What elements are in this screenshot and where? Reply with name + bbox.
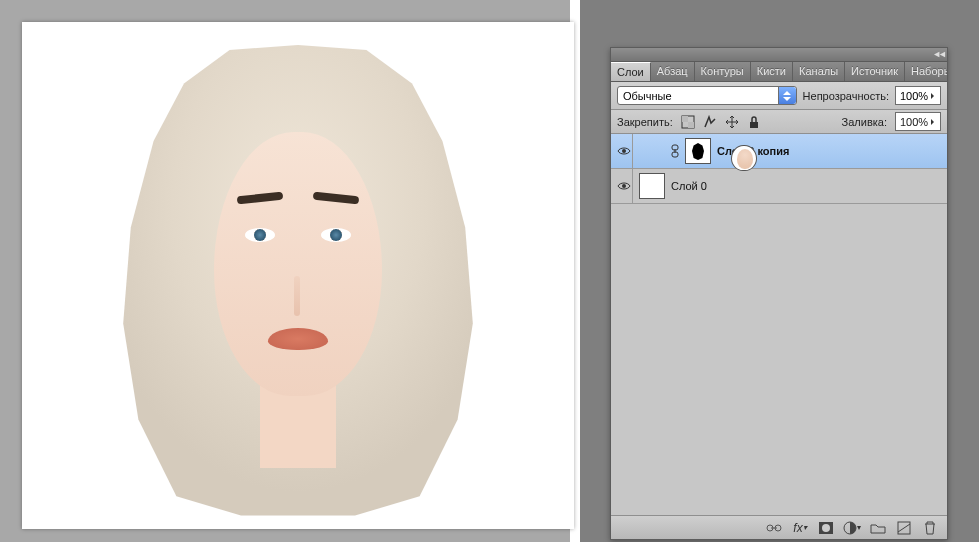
panel-tab[interactable]: Слои: [611, 62, 651, 81]
svg-rect-1: [682, 116, 688, 122]
panel-tab-strip: СлоиАбзацКонтурыКистиКаналыИсточникНабор…: [611, 62, 947, 82]
link-layers-button[interactable]: [765, 519, 783, 537]
fill-input[interactable]: 100%: [895, 112, 941, 131]
panel-tab[interactable]: Источник: [845, 62, 905, 81]
lock-pixels-icon[interactable]: [703, 115, 717, 129]
lock-fill-row: Закрепить: Заливка: 100%: [611, 110, 947, 134]
layer-list: Слой 0 копияСлой 0: [611, 134, 947, 515]
svg-rect-3: [750, 122, 758, 128]
opacity-value: 100%: [900, 90, 928, 102]
panel-tab[interactable]: Каналы: [793, 62, 845, 81]
delete-layer-button[interactable]: [921, 519, 939, 537]
lock-transparency-icon[interactable]: [681, 115, 695, 129]
panel-titlebar[interactable]: ◄◄: [611, 48, 947, 62]
canvas-image: [108, 36, 488, 516]
eye-icon: [617, 181, 631, 191]
new-group-button[interactable]: [869, 519, 887, 537]
svg-point-8: [622, 184, 626, 188]
svg-point-13: [822, 524, 830, 532]
layer-mask-thumbnail[interactable]: [685, 138, 711, 164]
panel-tab[interactable]: Кисти: [751, 62, 793, 81]
add-mask-button[interactable]: [817, 519, 835, 537]
document-canvas[interactable]: [22, 22, 574, 529]
lock-label: Закрепить:: [617, 116, 673, 128]
lock-all-icon[interactable]: [747, 115, 761, 129]
blend-mode-select[interactable]: Обычные: [617, 86, 797, 105]
collapse-icon[interactable]: ◄◄: [932, 49, 944, 59]
panel-footer: fx▾ ▾: [611, 515, 947, 539]
svg-point-4: [622, 149, 626, 153]
blend-opacity-row: Обычные Непрозрачность: 100%: [611, 82, 947, 110]
layer-fx-button[interactable]: fx▾: [791, 519, 809, 537]
mask-link-icon[interactable]: [671, 144, 679, 158]
new-layer-button[interactable]: [895, 519, 913, 537]
visibility-toggle[interactable]: [615, 169, 633, 203]
panel-tab[interactable]: Наборы ки: [905, 62, 947, 81]
blend-mode-value: Обычные: [623, 90, 672, 102]
select-arrows-icon: [778, 87, 796, 104]
svg-rect-2: [688, 122, 694, 128]
visibility-toggle[interactable]: [615, 134, 633, 168]
adjustment-layer-button[interactable]: ▾: [843, 519, 861, 537]
layer-row[interactable]: Слой 0: [611, 169, 947, 204]
lock-icons-group: [681, 115, 761, 129]
opacity-label: Непрозрачность:: [803, 90, 889, 102]
layer-row[interactable]: Слой 0 копия: [611, 134, 947, 169]
fill-label: Заливка:: [842, 116, 887, 128]
fill-value: 100%: [900, 116, 928, 128]
opacity-input[interactable]: 100%: [895, 86, 941, 105]
layer-thumbnail[interactable]: [731, 145, 757, 171]
layers-panel: ◄◄ СлоиАбзацКонтурыКистиКаналыИсточникНа…: [610, 47, 948, 540]
layer-thumbnail[interactable]: [639, 173, 665, 199]
layer-name[interactable]: Слой 0: [671, 180, 707, 192]
panel-tab[interactable]: Контуры: [695, 62, 751, 81]
eye-icon: [617, 146, 631, 156]
panel-tab[interactable]: Абзац: [651, 62, 695, 81]
lock-position-icon[interactable]: [725, 115, 739, 129]
